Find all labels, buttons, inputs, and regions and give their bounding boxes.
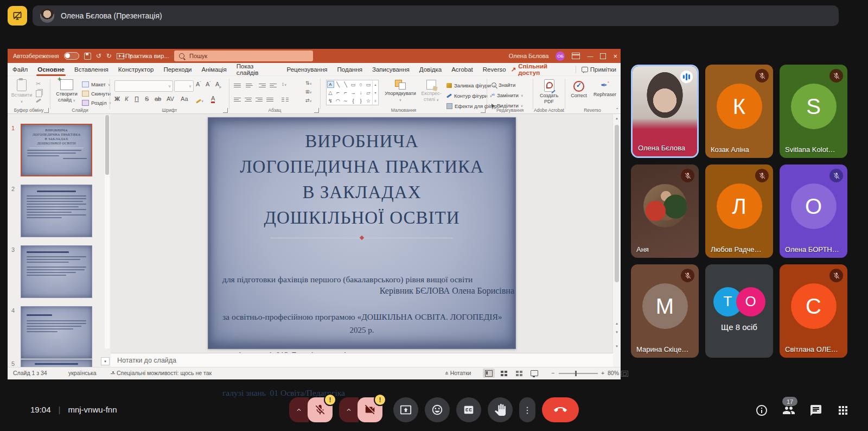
bold-button[interactable]: Ж bbox=[114, 96, 120, 102]
align-left-button[interactable] bbox=[234, 97, 241, 103]
bullets-button[interactable] bbox=[234, 83, 241, 88]
slide-canvas[interactable]: ВИРОБНИЧА ЛОГОПЕДИЧНА ПРАКТИКА В ЗАКЛАДА… bbox=[111, 114, 613, 353]
shape-brace-left[interactable]: { bbox=[352, 98, 354, 104]
minimize-button[interactable]: — bbox=[587, 53, 593, 59]
cut-icon[interactable]: ✂ bbox=[36, 80, 42, 87]
participant-tile[interactable]: О Олена БОРТН… bbox=[780, 164, 847, 258]
chat-button[interactable] bbox=[809, 404, 822, 419]
font-color-button[interactable]: А bbox=[211, 96, 215, 103]
camera-toggle-button[interactable]: ! bbox=[358, 397, 382, 422]
slide-sorter-view-button[interactable] bbox=[498, 369, 510, 378]
canvas-scrollbar[interactable]: ▴ ▴ ▾ ▾ bbox=[612, 114, 621, 353]
shape-oval[interactable]: ○ bbox=[359, 81, 362, 87]
new-slide-button[interactable]: Створити слайд ∨ bbox=[53, 79, 81, 104]
people-button[interactable]: 17 bbox=[782, 404, 795, 419]
justify-button[interactable] bbox=[266, 97, 274, 103]
more-options-button[interactable]: ⋮ bbox=[519, 397, 535, 422]
tab-acrobat[interactable]: Acrobat bbox=[446, 63, 478, 76]
line-spacing-button[interactable]: ↕∨ bbox=[282, 81, 286, 87]
find-button[interactable]: Знайти bbox=[492, 81, 523, 89]
drawing-dialog-launcher[interactable] bbox=[481, 108, 486, 113]
italic-button[interactable]: К bbox=[125, 96, 128, 102]
layout-button[interactable]: Макет∨ bbox=[82, 80, 111, 88]
align-right-button[interactable] bbox=[256, 97, 263, 103]
shape-rounded-rect[interactable]: ▭ bbox=[366, 81, 371, 87]
scrollbar-thumb[interactable] bbox=[615, 125, 619, 282]
align-center-button[interactable] bbox=[245, 97, 252, 103]
participant-tile[interactable]: С Світлана ОЛЕ… bbox=[780, 264, 847, 358]
participant-tile[interactable]: S Svitlana Kolot… bbox=[780, 65, 847, 158]
copy-icon[interactable] bbox=[36, 90, 42, 97]
character-spacing-button[interactable]: AV bbox=[167, 96, 174, 102]
shape-star[interactable]: ☆ bbox=[366, 98, 371, 104]
document-title[interactable]: +Практика вир... ▾ bbox=[122, 49, 174, 63]
tab-review[interactable]: Рецензування bbox=[282, 63, 333, 76]
shape-brace-right[interactable]: } bbox=[360, 98, 361, 104]
scroll-down-icon[interactable]: ▾ bbox=[613, 344, 621, 348]
notes-toggle[interactable]: ≜ Нотатки bbox=[445, 370, 471, 376]
search-input[interactable] bbox=[188, 52, 288, 60]
zoom-in-button[interactable]: + bbox=[601, 370, 604, 376]
camera-options-button[interactable] bbox=[339, 397, 359, 422]
slide-thumbnail-1[interactable]: ВИРОБНИЧА ЛОГОПЕДИЧНА ПРАКТИКА В ЗАКЛАДА… bbox=[21, 124, 92, 176]
close-button[interactable]: × bbox=[613, 52, 617, 60]
paragraph-dialog-launcher[interactable] bbox=[314, 108, 319, 113]
participant-tile[interactable]: Аня bbox=[631, 164, 699, 258]
decrease-font-icon[interactable]: Аˇ bbox=[206, 81, 210, 87]
undo-icon[interactable]: ↺ bbox=[96, 53, 101, 59]
shape-parallelogram[interactable]: ▱ bbox=[366, 90, 370, 96]
mic-toggle-button[interactable]: ! bbox=[308, 397, 333, 422]
comments-button[interactable]: Примітки bbox=[582, 66, 616, 73]
shape-curve[interactable]: ∼ bbox=[343, 98, 348, 104]
slide-thumbnail-5[interactable] bbox=[21, 359, 92, 367]
captions-button[interactable] bbox=[456, 397, 481, 422]
gallery-more-icon[interactable]: ≡ bbox=[372, 97, 379, 105]
tab-file[interactable]: Файл bbox=[8, 63, 33, 76]
tab-recording[interactable]: Записування bbox=[367, 63, 414, 76]
presentation-status-button[interactable] bbox=[8, 6, 27, 26]
text-direction-button[interactable]: ⇅∨ bbox=[305, 80, 312, 86]
accessibility-status[interactable]: Спеціальні можливості: щось не так bbox=[111, 370, 212, 376]
shape-scribble[interactable]: ↯ bbox=[328, 98, 333, 104]
slide-thumbnail-3[interactable] bbox=[21, 245, 92, 298]
tab-animations[interactable]: Анімація bbox=[197, 63, 232, 76]
account-avatar[interactable]: ОБ bbox=[556, 52, 565, 61]
shape-arrow-down[interactable]: ↓ bbox=[360, 90, 362, 96]
increase-font-icon[interactable]: Аˆ bbox=[196, 81, 201, 87]
columns-button[interactable] bbox=[282, 97, 289, 103]
previous-slide-icon[interactable]: ▴ bbox=[613, 321, 621, 326]
paste-button[interactable]: Вставити∨ bbox=[11, 79, 33, 105]
reading-view-button[interactable] bbox=[513, 369, 525, 378]
current-slide[interactable]: ВИРОБНИЧА ЛОГОПЕДИЧНА ПРАКТИКА В ЗАКЛАДА… bbox=[208, 117, 516, 349]
slide-thumbnail-2[interactable] bbox=[21, 185, 92, 237]
replace-button[interactable]: ᵃᵇЗамінити∨ bbox=[492, 91, 523, 99]
slide-thumbnail-panel[interactable]: 1 ВИРОБНИЧА ЛОГОПЕДИЧНА ПРАКТИКА В ЗАКЛА… bbox=[8, 114, 111, 367]
gallery-up-icon[interactable]: ▴ bbox=[372, 80, 379, 88]
participant-tile[interactable]: К Козак Аліна bbox=[705, 65, 773, 158]
subscript-button[interactable]: ab bbox=[155, 96, 161, 102]
save-icon[interactable] bbox=[84, 53, 91, 60]
tab-insert[interactable]: Вставлення bbox=[69, 63, 113, 76]
format-painter-icon[interactable] bbox=[36, 98, 41, 103]
shape-elbow-arrow[interactable]: ⌐ bbox=[344, 90, 347, 96]
change-case-button[interactable]: Аа bbox=[181, 96, 188, 102]
gallery-down-icon[interactable]: ▾ bbox=[372, 88, 379, 97]
rephraser-button[interactable]: ✒* Rephraser bbox=[590, 81, 620, 103]
participant-tile[interactable]: Олена Бєлова bbox=[631, 65, 699, 158]
smartart-convert-button[interactable]: ⇄∨ bbox=[305, 98, 312, 103]
slide-thumbnail-4[interactable] bbox=[21, 306, 92, 359]
tab-design[interactable]: Конструктор bbox=[113, 63, 159, 76]
zoom-slider-thumb[interactable] bbox=[575, 371, 577, 376]
tab-view[interactable]: Подання bbox=[333, 63, 367, 76]
autosave-toggle[interactable] bbox=[64, 52, 79, 60]
create-pdf-button[interactable]: СоздатьPDF bbox=[536, 79, 562, 105]
overflow-tile[interactable]: Т О Ще 8 осіб bbox=[705, 264, 773, 358]
zoom-level[interactable]: 80% bbox=[608, 370, 619, 376]
numbering-button[interactable] bbox=[246, 83, 253, 88]
clear-formatting-icon[interactable]: Аp bbox=[215, 81, 221, 88]
shape-arrow-right[interactable]: → bbox=[350, 90, 356, 96]
quick-styles-button[interactable]: Експрес-стилі ∨ bbox=[419, 80, 443, 103]
participant-tile[interactable]: Л Любов Радче… bbox=[705, 164, 773, 258]
shape-textbox[interactable]: А bbox=[327, 81, 334, 88]
align-text-button[interactable]: ⊞∨ bbox=[305, 89, 312, 94]
